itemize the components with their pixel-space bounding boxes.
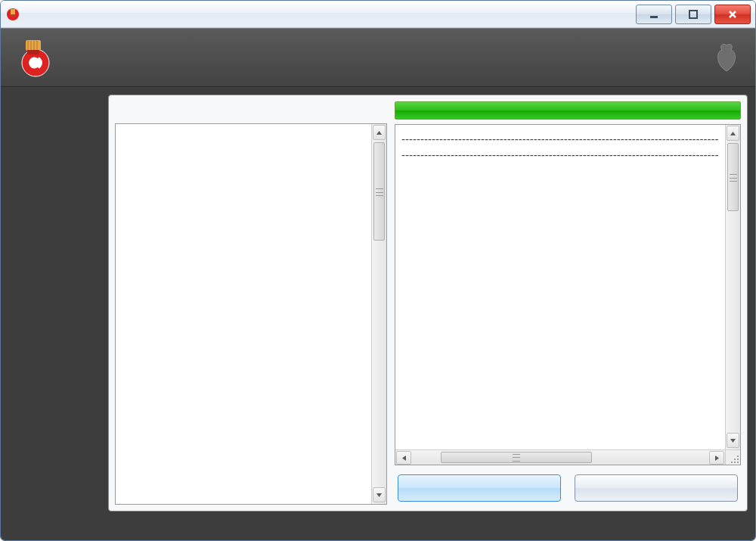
piriform-logo-icon — [711, 39, 742, 76]
app-header — [1, 28, 755, 87]
resize-grip-icon[interactable] — [730, 454, 739, 463]
divider: ----------------------------------------… — [401, 148, 719, 161]
scroll-left-arrow-icon[interactable] — [396, 451, 411, 465]
scroll-up-arrow-icon[interactable] — [373, 125, 386, 140]
scroll-down-arrow-icon[interactable] — [373, 487, 386, 502]
ccleaner-logo-icon — [14, 36, 57, 79]
options-vertical-scrollbar[interactable] — [371, 124, 386, 504]
action-buttons — [395, 465, 741, 505]
maximize-button[interactable] — [675, 5, 711, 24]
results-column: ----------------------------------------… — [395, 101, 741, 505]
analyze-button[interactable] — [398, 474, 561, 502]
svg-rect-1 — [11, 9, 15, 14]
tab-bar — [115, 101, 387, 124]
main-panel: ----------------------------------------… — [108, 95, 748, 511]
header-text — [67, 48, 75, 67]
svg-rect-12 — [27, 50, 39, 54]
progress-bar — [395, 101, 741, 120]
scrollbar-thumb[interactable] — [441, 452, 592, 463]
options-list — [115, 123, 387, 505]
footer — [1, 515, 755, 540]
scroll-right-arrow-icon[interactable] — [709, 451, 724, 465]
scrollbar-corner — [725, 449, 740, 465]
window-controls — [636, 5, 751, 24]
results-box: ----------------------------------------… — [395, 124, 741, 465]
svg-rect-3 — [650, 16, 658, 18]
results-vertical-scrollbar[interactable] — [725, 125, 740, 465]
app-icon — [5, 7, 20, 22]
results-horizontal-scrollbar[interactable] — [395, 449, 725, 465]
svg-rect-2 — [10, 14, 16, 17]
svg-rect-4 — [689, 11, 697, 18]
titlebar — [1, 1, 755, 28]
options-column — [115, 101, 387, 505]
options-scroll-viewport — [116, 124, 371, 504]
scrollbar-thumb[interactable] — [727, 143, 739, 211]
scrollbar-thumb[interactable] — [373, 142, 385, 241]
results-content: ----------------------------------------… — [395, 125, 725, 449]
app-body: ----------------------------------------… — [1, 87, 755, 515]
close-button[interactable] — [714, 5, 751, 24]
scroll-down-arrow-icon[interactable] — [727, 433, 739, 448]
divider: ----------------------------------------… — [401, 132, 719, 145]
run-cleaner-button[interactable] — [575, 474, 738, 502]
app-window: ----------------------------------------… — [0, 0, 756, 541]
minimize-button[interactable] — [636, 5, 672, 24]
scroll-up-arrow-icon[interactable] — [727, 126, 739, 141]
sidebar — [1, 95, 108, 511]
